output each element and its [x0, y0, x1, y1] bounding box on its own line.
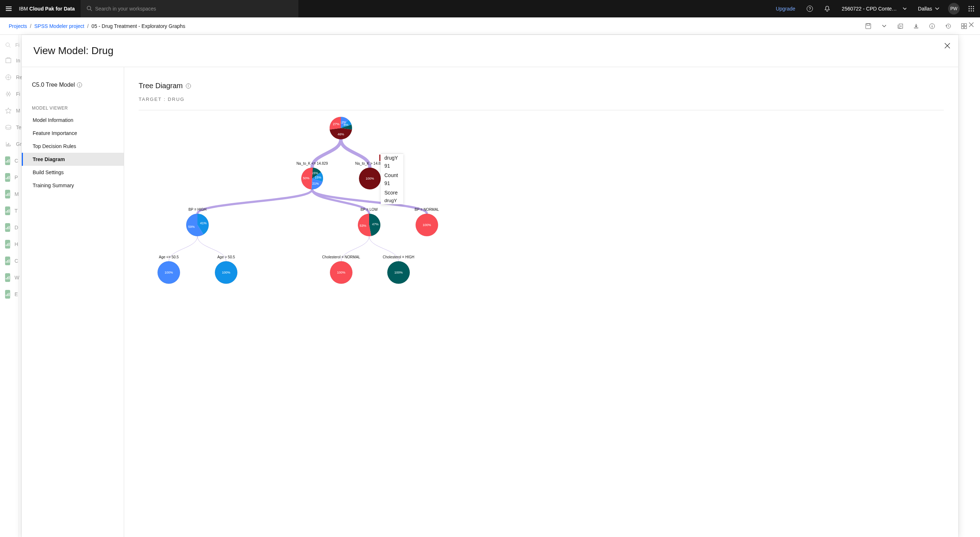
app-body: Fi InReFiMTeGrCPMTDHCWE View Model: Drug… [0, 35, 980, 537]
model-viewer-nav: C5.0 Tree Model i MODEL VIEWER Model Inf… [22, 67, 124, 537]
add-button[interactable] [893, 19, 907, 33]
svg-text:100%: 100% [337, 271, 345, 274]
svg-text:BP = LOW: BP = LOW [360, 208, 378, 211]
user-avatar[interactable]: PW [948, 3, 960, 14]
svg-text:Na_to_K > 14.829: Na_to_K > 14.829 [355, 162, 385, 165]
svg-text:41%: 41% [200, 221, 207, 225]
breadcrumb-projects[interactable]: Projects [9, 23, 27, 29]
page-close-button[interactable] [966, 19, 977, 30]
svg-text:Age > 50.5: Age > 50.5 [217, 255, 235, 259]
brand-label: IBM Cloud Pak for Data [18, 6, 81, 12]
svg-point-7 [969, 8, 970, 10]
svg-text:46%: 46% [337, 132, 344, 136]
search-input[interactable] [95, 6, 293, 12]
svg-text:Cholesterol = HIGH: Cholesterol = HIGH [383, 255, 415, 259]
svg-text:50%: 50% [303, 176, 310, 180]
notifications-button[interactable] [818, 0, 836, 17]
svg-point-8 [971, 8, 972, 10]
help-button[interactable]: ? [801, 0, 818, 17]
history-button[interactable] [941, 19, 955, 33]
chevron-down-icon [935, 7, 939, 10]
svg-rect-14 [867, 24, 870, 25]
svg-text:?: ? [809, 6, 811, 11]
svg-rect-22 [961, 27, 964, 29]
view-model-modal: View Model: Drug C5.0 Tree Model i MODEL… [22, 35, 958, 537]
svg-text:100%: 100% [394, 271, 402, 274]
hamburger-menu-button[interactable] [0, 0, 18, 17]
svg-text:Age <= 50.5: Age <= 50.5 [159, 255, 179, 259]
modal-close-button[interactable] [942, 40, 953, 51]
svg-text:BP = HIGH: BP = HIGH [188, 208, 207, 211]
svg-text:100%: 100% [222, 271, 230, 274]
region-selector[interactable]: Dallas [912, 6, 945, 12]
svg-point-5 [971, 6, 972, 7]
svg-point-17 [932, 25, 932, 25]
svg-text:Cholesterol = NORMAL: Cholesterol = NORMAL [322, 255, 360, 259]
svg-point-6 [973, 6, 974, 7]
modal-header: View Model: Drug [22, 35, 958, 67]
save-dropdown-button[interactable] [877, 19, 891, 33]
svg-text:59%: 59% [188, 225, 195, 229]
svg-point-12 [973, 11, 974, 12]
svg-line-1 [91, 10, 92, 11]
info-icon[interactable]: i [186, 83, 191, 89]
svg-point-10 [969, 11, 970, 12]
nav-item-feature-importance[interactable]: Feature Importance [22, 127, 124, 140]
info-icon[interactable]: i [77, 83, 82, 87]
close-icon [945, 43, 950, 49]
svg-text:100%: 100% [366, 177, 374, 180]
model-main-panel: Tree Diagram i TARGET : DRUG 12%8%46%27%… [124, 67, 958, 537]
search-icon [86, 5, 92, 12]
download-button[interactable] [909, 19, 923, 33]
nav-item-training-summary[interactable]: Training Summary [22, 179, 124, 192]
top-bar: IBM Cloud Pak for Data Upgrade ? 2560722… [0, 0, 980, 17]
svg-point-0 [87, 6, 91, 10]
modal-title: View Model: Drug [33, 45, 947, 57]
svg-point-4 [969, 6, 970, 7]
save-button[interactable] [861, 19, 875, 33]
diagram-title: Tree Diagram [138, 82, 183, 90]
global-search[interactable] [81, 0, 298, 17]
nav-item-build-settings[interactable]: Build Settings [22, 166, 124, 179]
tree-diagram-canvas[interactable]: 12%8%46%27%15%15%21%50%Na_to_K <= 14.829… [138, 114, 944, 537]
nav-item-model-information[interactable]: Model Information [22, 114, 124, 127]
app-switcher-button[interactable] [963, 0, 980, 17]
node-tooltip: drugY 91 Count 91 Score drugY [381, 154, 403, 204]
svg-text:53%: 53% [360, 224, 366, 227]
breadcrumb-bar: Projects / SPSS Modeler project / 05 - D… [0, 17, 980, 35]
target-label: TARGET : DRUG [138, 97, 958, 102]
hamburger-icon [6, 8, 12, 9]
nav-section-label: MODEL VIEWER [22, 88, 124, 114]
workspace-selector[interactable]: 2560722 - CPD Content De... [836, 6, 912, 12]
svg-text:Na_to_K <= 14.829: Na_to_K <= 14.829 [296, 162, 328, 165]
svg-rect-18 [932, 26, 932, 28]
svg-text:BP = NORMAL: BP = NORMAL [415, 208, 439, 211]
upgrade-link[interactable]: Upgrade [770, 6, 801, 12]
app-grid-icon [968, 6, 974, 12]
model-type-label: C5.0 Tree Model i [22, 82, 124, 88]
svg-text:100%: 100% [164, 271, 173, 274]
svg-text:21%: 21% [312, 182, 319, 186]
info-button[interactable] [925, 19, 939, 33]
svg-text:47%: 47% [372, 222, 379, 226]
svg-point-9 [973, 8, 974, 10]
svg-text:15%: 15% [315, 176, 321, 179]
nav-item-top-decision-rules[interactable]: Top Decision Rules [22, 140, 124, 153]
nav-item-tree-diagram[interactable]: Tree Diagram [22, 153, 124, 166]
svg-text:15%: 15% [312, 171, 318, 175]
svg-point-11 [971, 11, 972, 12]
svg-rect-20 [961, 24, 964, 26]
breadcrumb-current: 05 - Drug Treatment - Exploratory Graphs [91, 23, 185, 29]
svg-text:27%: 27% [333, 122, 339, 126]
chevron-down-icon [903, 7, 906, 10]
breadcrumb-spss-project[interactable]: SPSS Modeler project [34, 23, 84, 29]
svg-text:100%: 100% [423, 223, 431, 227]
svg-rect-13 [865, 24, 871, 29]
